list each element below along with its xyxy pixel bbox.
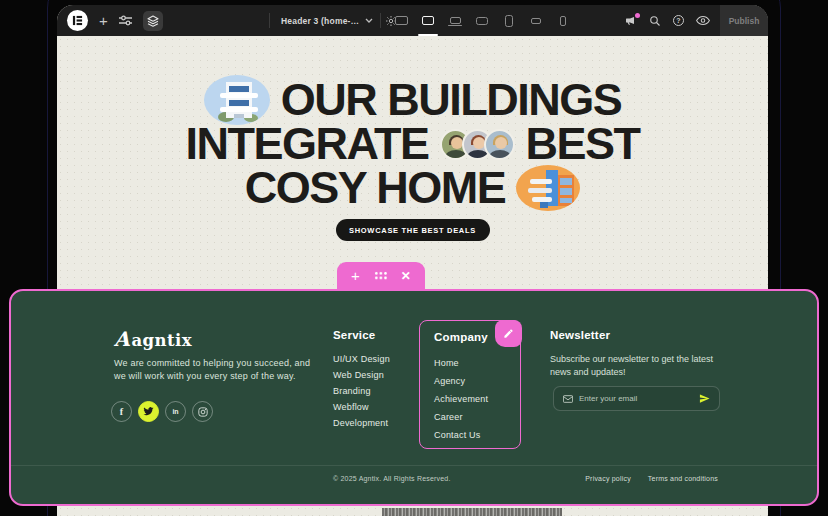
footer-link[interactable]: Webflow [333, 402, 390, 412]
footer-link[interactable]: Agency [434, 376, 512, 386]
footer-link[interactable]: Branding [333, 386, 390, 396]
privacy-policy-link[interactable]: Privacy policy [585, 475, 631, 482]
chevron-down-icon [365, 18, 373, 23]
footer-column-newsletter: Newsletter Subscribe our newsletter to g… [550, 329, 732, 378]
hero-heading-line-3[interactable]: COSY HOME [245, 166, 581, 210]
footer-link[interactable]: Home [434, 358, 512, 368]
footer-link[interactable]: Web Design [333, 370, 390, 380]
add-element-icon[interactable]: + [99, 13, 108, 28]
footer-logo[interactable]: A agntix [114, 327, 192, 351]
social-links: f in [111, 401, 213, 422]
hero-heading-line-2[interactable]: INTEGRATE BEST [185, 122, 639, 166]
envelope-icon [563, 395, 573, 403]
hero-section: OUR BUILDINGS INTEGRATE BEST COSY HOME [57, 78, 768, 241]
footer-section[interactable]: A agntix We are committed to helping you… [9, 289, 819, 506]
hero-heading-line-1[interactable]: OUR BUILDINGS [204, 78, 622, 122]
document-label: Header 3 (home-… [281, 16, 359, 26]
device-mobile[interactable] [555, 5, 571, 36]
copyright-text: © 2025 Agntix. All Rights Reserved. [333, 475, 451, 482]
elementor-logo-button[interactable] [67, 10, 88, 31]
facebook-icon[interactable]: f [111, 401, 132, 422]
help-icon[interactable]: ? [673, 15, 684, 26]
device-tablet-landscape[interactable] [474, 5, 490, 36]
toolbar-divider [269, 13, 270, 28]
logo-text: agntix [132, 331, 192, 350]
instagram-icon[interactable] [192, 401, 213, 422]
footer-legal-links: Privacy policy Terms and conditions [585, 475, 718, 482]
footer-link[interactable]: UI/UX Design [333, 354, 390, 364]
newsletter-form [553, 386, 720, 411]
avatar [484, 129, 515, 160]
drag-dots-icon[interactable] [374, 271, 387, 280]
column-title: Company [434, 331, 512, 343]
toolbar-left-group: + [67, 5, 163, 36]
device-tablet[interactable] [501, 5, 517, 36]
elementor-logo-icon [72, 15, 83, 26]
email-field[interactable] [579, 394, 693, 403]
twitter-icon[interactable] [138, 401, 159, 422]
footer-link[interactable]: Contact Us [434, 430, 512, 440]
footer-link[interactable]: Development [333, 418, 390, 428]
paper-plane-icon[interactable] [699, 393, 710, 404]
close-icon[interactable]: ✕ [401, 270, 411, 282]
showcase-deals-button[interactable]: SHOWCASE THE BEST DEALS [336, 219, 490, 241]
building-photo-orange[interactable] [516, 165, 580, 211]
newsletter-subtitle: Subscribe our newsletter to get the late… [550, 353, 732, 378]
logo-mark: A [114, 327, 130, 351]
building-photo-blue[interactable] [204, 75, 270, 125]
footer-column-service: Service UI/UX Design Web Design Branding… [333, 329, 390, 428]
render-artifact [382, 508, 562, 516]
footer-link[interactable]: Achievement [434, 394, 512, 404]
toolbar-divider [380, 13, 381, 28]
whats-new-icon[interactable] [624, 15, 637, 27]
device-laptop[interactable] [447, 5, 463, 36]
column-title: Newsletter [550, 329, 732, 341]
structure-layers-icon[interactable] [143, 11, 163, 31]
team-avatars[interactable] [440, 129, 515, 160]
hero-heading-text: COSY HOME [245, 162, 506, 214]
widget-handle: + ✕ [337, 262, 425, 289]
device-mobile-landscape[interactable] [528, 5, 544, 36]
hero-heading-text: BEST [526, 118, 640, 170]
device-desktop[interactable] [420, 5, 436, 36]
notification-dot [635, 13, 640, 18]
toolbar-right-group: ? [624, 5, 710, 36]
footer-tagline: We are committed to helping you succeed,… [114, 357, 314, 383]
editor-toolbar: + Header 3 (home-… [57, 5, 768, 36]
search-icon[interactable] [649, 15, 661, 27]
publish-button[interactable]: Publish [720, 5, 768, 36]
footer-divider [11, 465, 817, 466]
device-desktop-large[interactable] [393, 5, 409, 36]
column-title: Service [333, 329, 390, 341]
terms-link[interactable]: Terms and conditions [648, 475, 718, 482]
add-icon[interactable]: + [351, 268, 360, 283]
linkedin-icon[interactable]: in [165, 401, 186, 422]
footer-link[interactable]: Career [434, 412, 512, 422]
footer-column-company-selected[interactable]: Company Home Agency Achievement Career C… [419, 320, 521, 449]
responsive-mode-switcher [393, 5, 571, 36]
settings-sliders-icon[interactable] [119, 15, 132, 26]
preview-icon[interactable] [696, 15, 710, 26]
